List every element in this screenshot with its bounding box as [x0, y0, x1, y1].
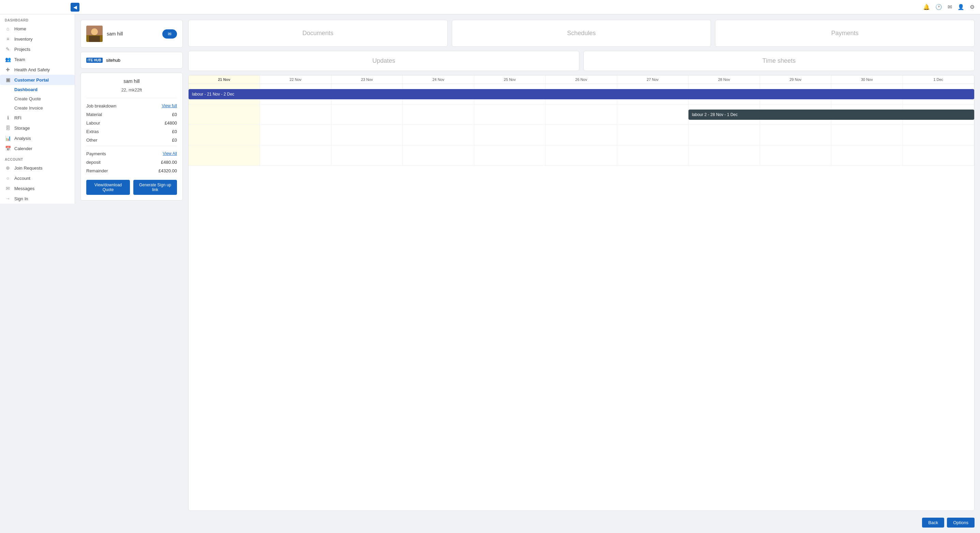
sidebar-label-messages: Messages	[14, 186, 35, 191]
user-icon[interactable]: 👤	[958, 4, 964, 10]
gantt-cell	[260, 104, 331, 124]
gantt-header-cell: 24 Nov	[403, 75, 474, 84]
sidebar-sub-dashboard[interactable]: Dashboard	[0, 85, 75, 94]
user-avatar	[86, 26, 103, 42]
gantt-cell	[403, 145, 474, 166]
inventory-icon: ≡	[5, 36, 11, 41]
timesheets-label: Time sheets	[762, 57, 795, 64]
sidebar-sub-create-quote[interactable]: Create Quote	[0, 94, 75, 104]
material-row: Material £0	[86, 110, 177, 119]
generate-signup-link-button[interactable]: Generate Sign up link	[133, 180, 177, 195]
view-all-link[interactable]: View All	[163, 151, 177, 156]
schedules-card[interactable]: Schedules	[452, 20, 711, 47]
sidebar-item-health-safety[interactable]: ✚ Health And Safety	[0, 64, 75, 75]
sidebar-toggle-button[interactable]: ◀	[71, 3, 80, 11]
deposit-label: deposit	[86, 160, 100, 165]
gantt-cell	[189, 125, 260, 145]
dashboard-section-title: DASHBOARD	[0, 14, 75, 24]
updates-card[interactable]: Updates	[188, 51, 579, 71]
payments-row: Payments View All	[86, 150, 177, 158]
sidebar-item-analysis[interactable]: 📊 Analysis	[0, 133, 75, 143]
payments-card-label: Payments	[831, 30, 859, 37]
back-button[interactable]: Back	[922, 518, 944, 528]
account-section-title: ACCOUNT	[0, 153, 75, 163]
bell-icon[interactable]: 🔔	[923, 4, 930, 10]
gantt-cell	[831, 145, 903, 166]
job-breakdown-section: Job breakdown View full Material £0 Labo…	[86, 98, 177, 144]
sidebar-label-team: Team	[14, 57, 25, 62]
view-download-quote-button[interactable]: View/download Quote	[86, 180, 130, 195]
sidebar-item-account[interactable]: ○ Account	[0, 173, 75, 183]
main-content: sam hill ✉ ITE HUB sitehub sam hill 22, …	[75, 14, 980, 533]
gantt-header-cell: 1 Dec	[903, 75, 974, 84]
svg-point-2	[91, 28, 98, 35]
job-breakdown-row: Job breakdown View full	[86, 102, 177, 110]
sidebar-item-signin[interactable]: → Sign In	[0, 193, 75, 204]
sidebar-label-storage: Storage	[14, 126, 30, 131]
sidebar-item-inventory[interactable]: ≡ Inventory	[0, 34, 75, 44]
sidebar-item-storage[interactable]: 🗄 Storage	[0, 123, 75, 133]
extras-row: Extras £0	[86, 127, 177, 136]
other-row: Other £0	[86, 136, 177, 144]
gantt-cell	[617, 145, 689, 166]
job-breakdown-label: Job breakdown	[86, 104, 116, 109]
timesheets-card[interactable]: Time sheets	[584, 51, 975, 71]
material-label: Material	[86, 112, 102, 117]
sidebar-label-account: Account	[14, 176, 30, 181]
portal-icon: ▣	[5, 77, 11, 83]
sidebar-label-signin: Sign In	[14, 196, 28, 201]
gantt-header-cell: 21 Nov	[189, 75, 260, 84]
sidebar-item-calender[interactable]: 📅 Calender	[0, 143, 75, 153]
payments-card[interactable]: Payments	[715, 20, 975, 47]
gantt-row	[189, 145, 974, 166]
gantt-cell	[689, 125, 760, 145]
gantt-chart: 21 Nov22 Nov23 Nov24 Nov25 Nov26 Nov27 N…	[188, 75, 975, 511]
email-button[interactable]: ✉	[162, 29, 177, 38]
payments-section: Payments View All deposit £480.00 Remain…	[86, 146, 177, 175]
gantt-cell	[760, 145, 831, 166]
gantt-cell	[260, 125, 331, 145]
avatar-image	[86, 26, 103, 42]
gantt-cell	[760, 125, 831, 145]
sidebar-item-join-requests[interactable]: ⊕ Join Requests	[0, 163, 75, 173]
gantt-cell	[403, 125, 474, 145]
gantt-row: labour - 21 Nov - 2 Dec	[189, 84, 974, 104]
sidebar-sub-create-invoice[interactable]: Create Invoice	[0, 104, 75, 113]
signin-icon: →	[5, 196, 11, 201]
bottom-cards-row: Updates Time sheets	[188, 51, 975, 71]
gantt-cell	[474, 145, 546, 166]
deposit-row: deposit £480.00	[86, 158, 177, 166]
gantt-cell	[903, 125, 974, 145]
gear-icon[interactable]: ⚙	[970, 4, 975, 10]
view-full-link[interactable]: View full	[162, 104, 177, 109]
clock-icon[interactable]: 🕐	[935, 4, 942, 10]
gantt-bar: labour 2 - 28 Nov - 1 Dec	[689, 110, 974, 120]
other-value: £0	[172, 137, 177, 143]
gantt-cell	[689, 145, 760, 166]
sidebar: ITE HUB DASHBOARD ⌂ Home ≡ Inventory ✎ P…	[0, 0, 75, 204]
sidebar-label-home: Home	[14, 26, 26, 31]
gantt-header-cell: 27 Nov	[617, 75, 689, 84]
sidebar-item-home[interactable]: ⌂ Home	[0, 24, 75, 34]
gantt-row: labour 2 - 28 Nov - 1 Dec	[189, 104, 974, 125]
gantt-header: 21 Nov22 Nov23 Nov24 Nov25 Nov26 Nov27 N…	[189, 75, 974, 84]
sidebar-item-projects[interactable]: ✎ Projects	[0, 44, 75, 54]
sidebar-label-calender: Calender	[14, 146, 32, 151]
detail-name: sam hill	[86, 78, 177, 84]
labour-value: £4800	[165, 120, 177, 126]
gantt-header-cell: 23 Nov	[331, 75, 403, 84]
sidebar-item-team[interactable]: 👥 Team	[0, 54, 75, 64]
health-icon: ✚	[5, 67, 11, 72]
sidebar-item-messages[interactable]: ✉ Messages	[0, 183, 75, 193]
options-button[interactable]: Options	[947, 518, 975, 528]
mail-icon[interactable]: ✉	[948, 4, 952, 10]
gantt-cell	[331, 125, 403, 145]
gantt-cell	[474, 104, 546, 124]
sidebar-label-join: Join Requests	[14, 166, 42, 171]
sidebar-item-rfi[interactable]: ℹ RFI	[0, 113, 75, 123]
gantt-cell	[474, 125, 546, 145]
gantt-cell	[260, 145, 331, 166]
documents-card[interactable]: Documents	[188, 20, 448, 47]
sidebar-item-customer-portal[interactable]: ▣ Customer Portal	[0, 75, 75, 85]
gantt-cell	[617, 125, 689, 145]
